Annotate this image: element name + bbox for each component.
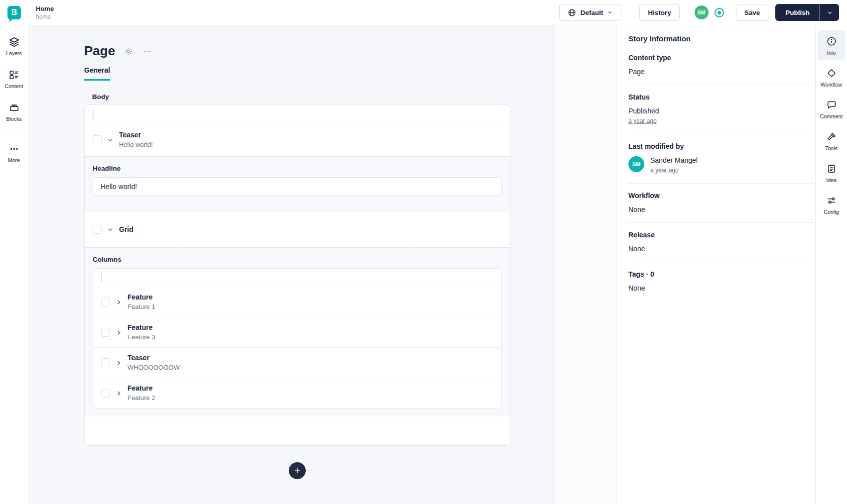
headline-input[interactable] [93, 177, 502, 196]
save-label: Save [744, 9, 760, 16]
storyblok-logo[interactable]: B [0, 0, 28, 25]
select-all-checkbox[interactable] [93, 110, 94, 119]
chevron-down-icon [827, 9, 833, 16]
teaser-expanded-section: Headline [85, 156, 510, 211]
more-icon [8, 143, 20, 155]
blocks-icon [8, 102, 20, 113]
tags-section: Tags · 0 None [628, 262, 814, 301]
chevron-right-icon [115, 299, 122, 306]
block-title: Teaser [127, 353, 180, 362]
panel-tab-workflow[interactable]: Workflow [818, 62, 846, 92]
add-block-button[interactable] [289, 462, 306, 479]
panel-tab-info[interactable]: Info [818, 30, 846, 60]
tools-hammer-icon [826, 131, 837, 142]
save-button[interactable]: Save [736, 4, 769, 21]
panel-tab-config[interactable]: Config [818, 190, 846, 219]
publish-split-button: Publish [775, 4, 839, 21]
panel-tab-idea[interactable]: Idea [818, 158, 846, 188]
history-button[interactable]: History [639, 4, 680, 21]
row-checkbox[interactable] [101, 328, 110, 337]
page-settings-button[interactable] [123, 46, 134, 57]
comment-icon [826, 100, 837, 110]
status-section: Status Published a year ago [628, 85, 814, 134]
workflow-diamond-icon [826, 68, 837, 79]
select-all-row [85, 105, 510, 125]
block-row-teaser-whoow[interactable]: Teaser WHOOOOOOOW [93, 347, 501, 378]
row-checkbox[interactable] [101, 389, 110, 398]
chevron-right-icon [115, 329, 122, 336]
editor-area: Page General Body [28, 25, 554, 504]
block-subtitle: Feature 3 [127, 333, 155, 342]
chevron-down-icon [607, 9, 613, 15]
ellipsis-icon [143, 47, 152, 56]
publish-dropdown-button[interactable] [820, 4, 839, 21]
select-all-row [93, 269, 501, 287]
gear-icon [124, 47, 133, 56]
panel-tab-tools[interactable]: Tools [818, 126, 846, 156]
block-title: Grid [119, 225, 133, 234]
columns-blocks-card: Feature Feature 1 Feature Feature 3 [93, 268, 502, 408]
chevron-right-icon [115, 390, 122, 397]
content-type-section: Content type Page [628, 46, 814, 85]
panel-tab-comment[interactable]: Comment [818, 94, 846, 124]
sidebar-item-blocks[interactable]: Blocks [1, 98, 27, 125]
body-blocks-card: Teaser Hello world! Headline Grid [84, 104, 510, 446]
page-title: Page [84, 43, 115, 59]
add-block-row [84, 462, 510, 480]
panel-title: Story Information [628, 34, 815, 43]
editor-tabbar: General [84, 66, 510, 81]
block-title: Feature [127, 293, 155, 302]
panel-gutter [554, 25, 616, 504]
sidebar-item-layers[interactable]: Layers [1, 32, 27, 59]
card-bottom-spacer [85, 416, 510, 445]
headline-field-label: Headline [93, 165, 502, 172]
idea-notepad-icon [826, 163, 837, 174]
language-selector[interactable]: Default [559, 4, 621, 21]
last-modified-section: Last modified by SM Sander Mangel a year… [628, 134, 814, 184]
story-title: Home [36, 5, 54, 12]
content-icon [8, 69, 20, 81]
sidebar-item-content[interactable]: Content [1, 65, 27, 92]
workflow-section: Workflow None [628, 184, 814, 223]
breadcrumb: Home home [28, 0, 54, 25]
row-checkbox[interactable] [93, 135, 102, 144]
block-row-feature-3[interactable]: Feature Feature 3 [93, 317, 501, 347]
select-all-checkbox[interactable] [101, 273, 102, 282]
row-checkbox[interactable] [101, 358, 110, 367]
history-label: History [648, 9, 671, 16]
block-subtitle: Hello world! [119, 140, 153, 149]
presence-indicator-icon[interactable] [715, 8, 724, 17]
right-sidebar: Info Workflow Comment Tools Idea Config [815, 25, 847, 504]
page-more-button[interactable] [142, 46, 153, 57]
block-subtitle: Feature 1 [127, 302, 155, 311]
info-icon [826, 36, 837, 47]
status-value: Published [628, 107, 814, 115]
row-checkbox[interactable] [93, 225, 102, 234]
globe-icon [568, 8, 576, 17]
user-avatar[interactable]: SM [695, 5, 709, 19]
block-row-feature-1[interactable]: Feature Feature 1 [93, 287, 501, 317]
grid-expanded-section: Columns Feature Feature 1 [85, 247, 510, 416]
published-time-link[interactable]: a year ago [628, 117, 657, 124]
row-checkbox[interactable] [101, 298, 110, 306]
block-row-teaser[interactable]: Teaser Hello world! [85, 125, 510, 156]
sidebar-item-more[interactable]: More [1, 139, 27, 166]
modified-time-link[interactable]: a year ago [650, 167, 679, 174]
config-sliders-icon [826, 195, 837, 206]
chevron-down-icon [107, 136, 114, 144]
layers-icon [8, 36, 20, 48]
tab-general[interactable]: General [84, 66, 110, 81]
topbar: B Home home Default History SM Save Publ… [0, 0, 847, 25]
block-title: Feature [127, 323, 155, 332]
release-section: Release None [628, 223, 814, 262]
language-label: Default [580, 9, 603, 16]
columns-field-label: Columns [93, 256, 502, 263]
body-field-label: Body [92, 93, 510, 101]
block-row-feature-2[interactable]: Feature Feature 2 [93, 378, 501, 408]
storyblok-logo-icon: B [7, 6, 21, 19]
story-slug: home [36, 13, 54, 20]
publish-button[interactable]: Publish [775, 4, 820, 21]
block-subtitle: Feature 2 [127, 394, 155, 403]
block-row-grid[interactable]: Grid [85, 211, 510, 247]
story-information-panel: Story Information Content type Page Stat… [616, 25, 815, 504]
